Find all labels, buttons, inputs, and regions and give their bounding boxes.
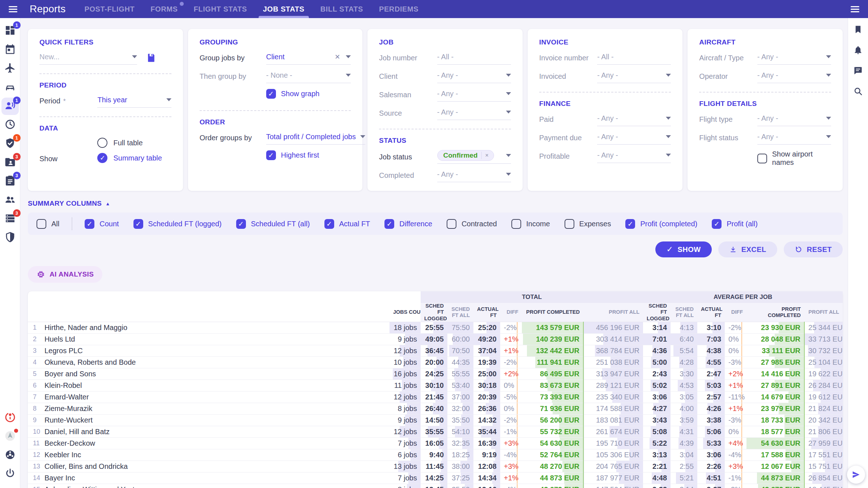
checkbox-show-graph[interactable]: ✓Show graph <box>266 89 320 99</box>
bookmark-button[interactable] <box>853 25 863 36</box>
select-flight-type[interactable]: - Any - <box>757 113 831 126</box>
summary-option-count[interactable]: ✓Count <box>85 219 119 229</box>
col-avg-profit-all[interactable]: PROFIT ALL <box>804 303 843 322</box>
col-sched-ft-all[interactable]: SCHED FT ALL <box>447 303 473 322</box>
col-sched-ft-logged[interactable]: SCHED FT LOGGED <box>421 303 447 322</box>
summary-option-expenses[interactable]: Expenses <box>565 219 611 229</box>
sidebar-item-car[interactable] <box>1 79 19 96</box>
col-avg-profit-completed[interactable]: PROFIT COMPLETED <box>746 303 804 322</box>
reset-button[interactable]: RESET <box>784 241 843 257</box>
col-diff[interactable]: DIFF <box>500 303 522 322</box>
summary-option-profit-all[interactable]: ✓Profit (all) <box>712 219 758 229</box>
select-client[interactable]: - Any - <box>437 70 511 83</box>
select-completed[interactable]: - Any - <box>437 169 511 182</box>
col-avg-actual-ft[interactable]: ACTUAL FT <box>697 303 725 322</box>
save-filter-button[interactable] <box>146 52 157 65</box>
table-row[interactable]: 9Runte-Wuckert9 jobs14:5035:5014:32-2%56… <box>28 415 843 426</box>
sidebar-item-shield[interactable] <box>1 229 19 247</box>
text-input-job-number[interactable]: - All - <box>437 52 511 65</box>
tab-forms[interactable]: FORMS <box>149 0 179 18</box>
select-group-jobs-by[interactable]: Client× <box>266 52 351 65</box>
col-avg-sched-ft-logged[interactable]: SCHED FT LOGGED <box>643 303 671 322</box>
ai-analysis-button[interactable]: AI ANALYSIS <box>28 266 102 283</box>
select-payment-due[interactable]: - Any - <box>597 132 671 145</box>
summary-option-difference[interactable]: ✓Difference <box>384 219 432 229</box>
menu-hamburger-icon[interactable] <box>9 6 17 12</box>
select-profitable[interactable]: - Any - <box>597 150 671 163</box>
select-aircraft-type[interactable]: - Any - <box>757 52 831 65</box>
sidebar-item-helm[interactable] <box>1 447 19 464</box>
sidebar-item-power[interactable] <box>1 466 19 483</box>
summary-option-all[interactable]: All <box>37 219 59 229</box>
sidebar-item-folder-user[interactable]: 3 <box>1 154 19 171</box>
sidebar-item-calendar[interactable] <box>1 41 19 59</box>
sidebar-item-list[interactable]: 3 <box>1 210 19 228</box>
table-row[interactable]: 8Zieme-Murazik8 jobs26:4032:0026:360%71 … <box>28 403 843 415</box>
table-row[interactable]: 5Boyer and Sons16 jobs24:2555:5525:00+2%… <box>28 368 843 380</box>
select-flight-status[interactable]: - Any - <box>757 132 831 145</box>
table-row[interactable]: 7Emard-Walter12 jobs21:4537:0020:39-5%73… <box>28 391 843 403</box>
col-jobs-count[interactable]: JOBS COUNT <box>390 303 421 322</box>
summary-option-scheduled-ft-all[interactable]: ✓Scheduled FT (all) <box>236 219 310 229</box>
bell-button[interactable] <box>853 45 863 56</box>
sidebar-item-clock[interactable] <box>1 116 19 134</box>
select-source[interactable]: - Any - <box>437 107 511 120</box>
chat-button[interactable] <box>853 66 863 77</box>
summary-option-scheduled-ft-logged[interactable]: ✓Scheduled FT (logged) <box>133 219 222 229</box>
tab-job-stats[interactable]: JOB STATS <box>261 0 306 18</box>
table-row[interactable]: 1Hirthe, Nader and Maggio18 jobs25:5575:… <box>28 322 843 334</box>
table-row[interactable]: 3Legros PLC12 jobs36:4570:5037:04+1%132 … <box>28 345 843 357</box>
table-row[interactable]: 4Okuneva, Roberts and Bode10 jobs20:0044… <box>28 357 843 368</box>
checkbox-show-airport-names[interactable]: Show airport names <box>757 150 831 167</box>
sidebar-item-compass[interactable] <box>1 428 19 445</box>
select-invoiced[interactable]: - Any - <box>597 70 671 83</box>
table-row[interactable]: 10Daniel, Hill and Batz12 jobs35:5554:10… <box>28 426 843 438</box>
table-row[interactable]: 2Huels Ltd9 jobs49:0560:0049:20+1%140 23… <box>28 334 843 345</box>
sidebar-item-clipboard[interactable]: 3 <box>1 173 19 190</box>
select-job-status[interactable]: Confirmed× <box>437 150 511 164</box>
col-profit-completed[interactable]: PROFIT COMPLETED <box>522 303 583 322</box>
table-row[interactable]: 12Keebler Inc6 jobs9:4018:259:19-4%52 76… <box>28 449 843 461</box>
col-profit-all[interactable]: PROFIT ALL <box>583 303 643 322</box>
select-order-groups-by[interactable]: Total profit / Completed jobs <box>266 132 365 145</box>
show-button[interactable]: ✓ SHOW <box>655 241 711 257</box>
select-period[interactable]: This year <box>97 95 171 108</box>
col-avg-diff[interactable]: DIFF <box>725 303 746 322</box>
sidebar-item-users[interactable] <box>1 192 19 209</box>
table-row[interactable]: 13Collier, Bins and Ondricka13 jobs11:45… <box>28 461 843 472</box>
chip-remove-icon[interactable]: × <box>481 152 492 159</box>
col-actual-ft[interactable]: ACTUAL FT <box>473 303 500 322</box>
tab-perdiems[interactable]: PERDIEMS <box>378 0 420 18</box>
col-avg-sched-ft-all[interactable]: SCHED FT ALL <box>671 303 697 322</box>
radio-summary-table[interactable]: ✓Summary table <box>97 153 171 163</box>
tab-post-flight[interactable]: POST-FLIGHT <box>83 0 136 18</box>
tab-flight-stats[interactable]: FLIGHT STATS <box>192 0 249 18</box>
tab-bill-stats[interactable]: BILL STATS <box>319 0 365 18</box>
sidebar-item-dashboard[interactable]: 1 <box>1 22 19 40</box>
summary-option-actual-ft[interactable]: ✓Actual FT <box>324 219 370 229</box>
text-input-invoice-number[interactable]: - All - <box>597 52 671 65</box>
select-new[interactable]: New... <box>39 52 137 65</box>
select-salesman[interactable]: - Any - <box>437 89 511 102</box>
select-paid[interactable]: - Any - <box>597 113 671 126</box>
table-row[interactable]: 15Ankunding, Witting and Yost8 jobs12:45… <box>28 484 843 488</box>
table-row[interactable]: 11Becker-Deckow7 jobs16:0532:3516:39+3%5… <box>28 438 843 449</box>
table-row[interactable]: 6Klein-Robel11 jobs30:1053:4030:180%83 6… <box>28 380 843 391</box>
sidebar-item-crew-announce[interactable]: 1 <box>1 98 19 115</box>
assistant-fab[interactable] <box>847 466 865 484</box>
excel-button[interactable]: EXCEL <box>718 241 777 257</box>
radio-full-table[interactable]: Full table <box>97 138 171 148</box>
sidebar-item-emergency[interactable] <box>1 409 19 427</box>
select-operator[interactable]: - Any - <box>757 70 831 83</box>
summary-option-income[interactable]: Income <box>511 219 550 229</box>
search-button[interactable] <box>853 86 863 98</box>
table-row[interactable]: 14Bayer Inc7 jobs14:2537:2514:34+1%44 87… <box>28 472 843 484</box>
sidebar-item-shield-check[interactable]: 1 <box>1 135 19 153</box>
sidebar-item-airplane[interactable] <box>1 60 19 77</box>
checkbox-highest-first[interactable]: ✓Highest first <box>266 150 319 160</box>
summary-option-contracted[interactable]: Contracted <box>447 219 497 229</box>
select-then-group-by[interactable]: - None - <box>266 70 351 83</box>
summary-option-profit-completed[interactable]: ✓Profit (completed) <box>625 219 697 229</box>
clear-icon[interactable]: × <box>335 53 340 60</box>
right-hamburger-icon[interactable] <box>851 6 859 12</box>
